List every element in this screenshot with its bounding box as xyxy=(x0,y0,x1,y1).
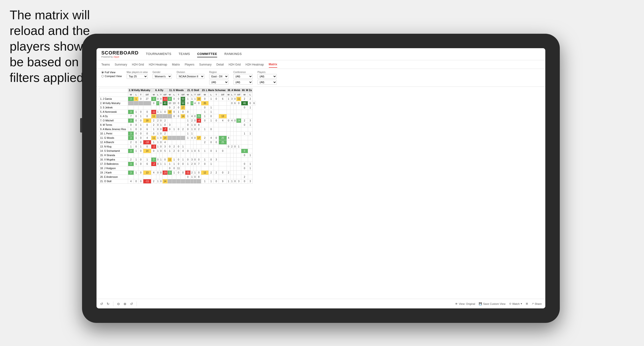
cell xyxy=(230,171,234,175)
cell xyxy=(230,106,234,110)
cell: 1 xyxy=(201,179,208,183)
cell: 1 xyxy=(181,145,185,149)
max-players-select[interactable]: Top 25 Top 50 All xyxy=(127,74,148,79)
cell: 4 xyxy=(128,179,134,183)
cell: -20 xyxy=(162,171,168,175)
cell: 1 xyxy=(159,110,162,114)
cell xyxy=(194,132,197,136)
zoom-out-button[interactable]: ⊖ xyxy=(117,302,120,306)
cell xyxy=(172,179,176,183)
cell: 2 xyxy=(201,140,208,145)
cell xyxy=(241,171,248,175)
cell xyxy=(159,106,162,110)
compact-view-option[interactable]: Compact View xyxy=(101,75,122,78)
bottom-toolbar: ↺ ↻ ⊖ ⊕ ↺ 👁 View: Original xyxy=(96,299,545,308)
matrix-table-container[interactable]: 2. M Kelly Mulcahy 6. A Dy 11. G Woods 2… xyxy=(96,87,545,299)
cell: 2 xyxy=(226,171,230,175)
view-options: Full View Compact View xyxy=(101,71,122,78)
subnav-matrix2[interactable]: Matrix xyxy=(269,61,277,68)
subnav-teams[interactable]: Teams xyxy=(101,62,110,67)
table-row: 16. X Mcgaha 2 1 0 1 3 0 1 0 11 1 0 xyxy=(99,158,256,162)
compact-view-radio[interactable] xyxy=(101,75,104,77)
subnav-players[interactable]: Players xyxy=(184,62,194,67)
save-custom-button[interactable]: 💾 Save Custom View xyxy=(479,302,506,305)
cell: 1 xyxy=(208,110,214,114)
view-original-button[interactable]: 👁 View: Original xyxy=(455,302,475,305)
cell: -2 xyxy=(151,162,156,166)
full-view-radio[interactable] xyxy=(101,71,104,73)
cell xyxy=(214,127,219,132)
nav-committee[interactable]: COMMITTEE xyxy=(197,51,217,57)
cell: 1 xyxy=(201,127,208,132)
cell xyxy=(196,140,201,145)
players-label: Players xyxy=(258,71,277,73)
table-row: 1. J Garcia 3 1 0 27 3 0 0 -11 3 0 0 xyxy=(99,97,256,101)
subnav-summary2[interactable]: Summary xyxy=(199,62,211,67)
cell xyxy=(162,106,168,110)
subnav-h2h-grid2[interactable]: H2H Grid xyxy=(228,62,240,67)
cell: 2 xyxy=(241,97,248,101)
cell xyxy=(172,153,176,158)
cell: 1 xyxy=(156,132,160,136)
cell: 1 xyxy=(159,158,162,162)
gender-select[interactable]: Women's Men's xyxy=(152,74,172,79)
subnav-h2h-heatmap2[interactable]: H2H Heatmap xyxy=(246,62,264,67)
cell: 1 xyxy=(134,97,138,101)
player-name: 2. M Kelly Mulcahy xyxy=(99,101,128,106)
cell: 0 xyxy=(214,140,219,145)
cell: 0 xyxy=(159,140,162,145)
nav-teams[interactable]: TEAMS xyxy=(178,51,190,57)
cell: 2 xyxy=(190,162,194,166)
player-name: 6. A Dy xyxy=(99,114,128,119)
subnav-h2h-heatmap1[interactable]: H2H Heatmap xyxy=(149,62,167,67)
cell: 50 xyxy=(181,101,185,106)
conference-select[interactable]: (All) xyxy=(233,74,253,79)
subnav-h2h-grid1[interactable]: H2H Grid xyxy=(132,62,144,67)
full-view-option[interactable]: Full View xyxy=(101,71,122,74)
gender-label: Gender xyxy=(152,71,172,73)
cell xyxy=(201,145,208,149)
tablet-screen: SCOREBOARD Powered by clippd TOURNAMENTS… xyxy=(96,48,545,308)
cell: 1 xyxy=(185,136,190,140)
cell xyxy=(214,114,219,119)
players-select[interactable]: (All) xyxy=(258,74,277,79)
cell xyxy=(219,110,226,114)
region-all-select[interactable]: (All) xyxy=(209,80,228,85)
cell xyxy=(151,153,156,158)
cell: 0 xyxy=(196,171,201,175)
nav-tournaments[interactable]: TOURNAMENTS xyxy=(146,51,171,57)
subnav-summary1[interactable]: Summary xyxy=(114,62,127,67)
region-select[interactable]: East - DII (All) xyxy=(209,74,228,79)
filter-region: Region East - DII (All) (All) xyxy=(209,71,228,85)
undo-button[interactable]: ↺ xyxy=(100,302,103,306)
cell: 7 xyxy=(128,114,134,119)
cell xyxy=(190,106,194,110)
cell: 3 xyxy=(230,97,234,101)
share-button[interactable]: ↗ Share xyxy=(532,302,542,305)
cell: -11 xyxy=(151,110,156,114)
subnav-matrix1[interactable]: Matrix xyxy=(172,62,180,67)
cell xyxy=(181,166,185,171)
watch-button[interactable]: ⊙ Watch ▾ xyxy=(509,302,522,305)
cell: 0 xyxy=(138,136,143,140)
cell xyxy=(176,119,181,123)
players-all-select[interactable]: (All) xyxy=(258,80,277,85)
undo-icon: ↺ xyxy=(100,302,103,306)
subnav-detail[interactable]: Detail xyxy=(216,62,224,67)
reset-button[interactable]: ↺ xyxy=(130,302,133,306)
cell: 3 xyxy=(128,162,134,166)
division-select[interactable]: NCAA Division II NCAA Division I NCAA Di… xyxy=(176,74,204,79)
cell: 4 xyxy=(230,119,234,123)
player-name: 19. J Kanh xyxy=(99,171,128,175)
filter-players: Players (All) (All) xyxy=(258,71,277,85)
cell: 14 xyxy=(162,179,168,183)
conference-all-select[interactable]: (All) xyxy=(233,80,253,85)
cell: 46 xyxy=(241,101,248,106)
zoom-in-button[interactable]: ⊕ xyxy=(124,302,126,306)
cell: 25 xyxy=(196,114,201,119)
grid-button[interactable]: ⊞ xyxy=(526,302,528,305)
cell: 0 xyxy=(159,136,162,140)
nav-rankings[interactable]: RANKINGS xyxy=(224,51,242,57)
redo-button[interactable]: ↻ xyxy=(107,302,110,306)
cell xyxy=(168,136,172,140)
